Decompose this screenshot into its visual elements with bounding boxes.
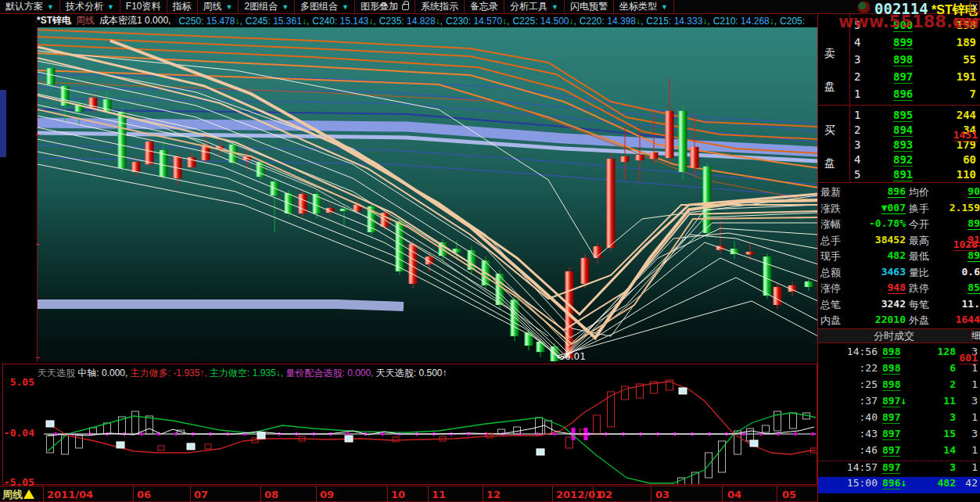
ticker-detail-tab[interactable]: 细 [971,328,980,343]
cost-value: C220: 14.398↓, [580,16,643,27]
ticker-row: :2589821 [818,378,980,395]
menu-item-2图组合[interactable]: 2图组合▼ [239,0,295,14]
ticker-row: 14:568981283 [818,346,980,362]
candle [636,155,644,160]
stat-value: 90 [967,185,980,198]
ticker-price: 898 [882,362,900,374]
ticker-count: 1 [971,444,978,456]
menu-item-备忘录[interactable]: 备忘录 [465,0,504,14]
indicator-info-row: *ST锌电 周线 成本密流1 0.000, C250: 15.478↓,C245… [37,14,817,27]
level-price[interactable]: 896 [893,88,913,101]
ticker-count: 42 [965,477,978,489]
buy-row[interactable]: 5891110 [850,168,980,186]
level-price[interactable]: 895 [893,109,913,122]
ticker-time: 15:00 [847,477,878,489]
ticker-count: 3 [971,428,978,439]
stat-value: 38452 [875,234,906,246]
menu-item-周线[interactable]: 周线▼ [198,0,239,14]
ticker-row: :4089731 [818,411,980,428]
stat-label: 总笔 [820,298,841,312]
date-separator [387,486,388,502]
menu-item-技术分析[interactable]: 技术分析▼ [60,0,120,14]
cost-value: C215: 14.333↓, [646,16,709,27]
date-separator [190,486,191,502]
level-price[interactable]: 892 [893,153,913,167]
chevron-down-icon: ▼ [282,3,289,11]
stat-value: 948 [888,281,906,294]
level-price[interactable]: 898 [893,53,913,66]
menu-item-图形叠加[interactable]: 图形叠加 [355,0,415,14]
ticker-price: 897 [882,411,900,423]
period-label[interactable]: 周线 [2,488,23,502]
cost-value: C225: 14.500↓, [512,16,576,27]
date-separator [43,486,44,502]
stat-value: 85 [967,281,980,294]
level-qty: 191 [957,70,976,83]
ticker-time: :22 [860,362,878,374]
level-number: 3 [854,138,860,151]
menu-item-闪电预警[interactable]: 闪电预警 [565,0,614,14]
quote-sidebar: 卖盘买盘590015848991893898552897191189671895… [817,14,980,502]
period-up-triangle-icon[interactable] [23,489,34,499]
stats-row: 内盘22010外盘1644 [818,314,980,329]
left-scroll-marker[interactable] [0,90,6,157]
ticker-price: 897 [882,461,900,473]
sell-row[interactable]: 2897191 [850,70,980,88]
ticker-time: 14:56 [847,346,878,357]
stat-value: 3463 [881,266,906,278]
sell-row[interactable]: 4899189 [850,36,980,54]
stat-value: 2.159 [949,202,980,213]
cost-value: C235: 14.828↓, [379,16,443,27]
stats-row: 涨跌▼007换手2.159 [818,202,980,217]
indicator-canvas [3,364,817,485]
level-qty: 60 [963,153,976,166]
menu-item-多图组合[interactable]: 多图组合▼ [295,0,355,14]
date-separator [133,486,134,502]
stat-label: 现手 [820,249,841,264]
menu-item-坐标类型[interactable]: 坐标类型▼ [614,0,674,14]
ticker-count: 3 [971,395,978,407]
ticker-time: :43 [860,428,878,439]
candle [132,162,141,172]
sell-row[interactable]: 389855 [850,53,980,71]
level-price[interactable]: 891 [893,168,913,181]
menu-item-指标[interactable]: 指标 [167,0,198,14]
menu-item-分析工具[interactable]: 分析工具▼ [504,0,565,14]
menu-item-F10资料[interactable]: F10资料 [120,0,167,14]
date-separator [428,486,429,502]
level-number: 3 [854,53,860,66]
y-axis-tick [36,357,40,358]
candle [188,157,196,167]
sell-row[interactable]: 18967 [850,88,980,106]
level-price[interactable]: 893 [893,138,913,152]
stat-value: 22010 [875,314,906,325]
menu-item-默认方案[interactable]: 默认方案▼ [0,0,60,14]
level-price[interactable]: 894 [893,124,913,137]
level-number: 1 [854,88,860,100]
stat-label: 涨幅 [820,217,841,231]
stat-value: 482 [888,249,906,261]
level-price[interactable]: 897 [893,70,913,84]
ticker-count: 1 [971,461,978,473]
date-label: 05 [782,489,796,500]
stat-label: 总手 [820,234,841,248]
stat-value: 1644 [956,314,980,325]
level-price[interactable]: 899 [893,36,913,49]
date-label: 06 [137,489,151,500]
date-separator [316,486,317,502]
indicator-panel[interactable]: 天天选股 中轴: 0.000, 主力做多: -1.935↑, 主力做空: 1.9… [2,364,817,485]
date-axis[interactable]: 周线 2011/04060708091011122012/0102030405 [0,486,817,502]
close-icon[interactable]: X [970,1,980,13]
stat-value: 11. [962,298,980,310]
candle [118,112,127,168]
cost-value: C210: 14.268↓, [713,16,777,27]
stat-label: 最新 [820,185,841,199]
stat-label: 最低 [909,249,929,264]
date-separator [260,486,261,502]
stats-row: 最新896均价90 [818,185,980,201]
main-candlestick-chart[interactable] [37,27,817,362]
ticker-qty: 6 [949,362,956,374]
menu-item-系统指示[interactable]: 系统指示 [415,0,465,14]
date-label: 09 [320,489,334,500]
sell-label: 卖 [824,47,835,61]
